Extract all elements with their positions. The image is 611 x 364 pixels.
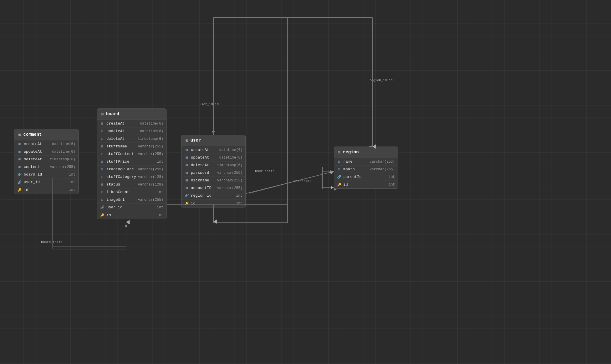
table-region-title: region [343, 150, 359, 155]
user-field-deleteAt: deleteAt timestamp(6) [181, 161, 245, 169]
region-field-mpath: mpath varchar(255) [334, 166, 398, 173]
table-icon-user: ⊞ [186, 138, 188, 143]
table-icon-board: ⊞ [101, 112, 103, 117]
field-user-id: user_id int [14, 178, 78, 186]
board-field-stuffCategory: stuffCategory varchar(128) [97, 173, 166, 181]
label-region-id-id: region_id:id [369, 79, 393, 82]
field-id: id int [14, 186, 78, 194]
field-icon-updateAt [17, 149, 22, 154]
user-field-nickname: nickname varchar(255) [181, 177, 245, 184]
table-region: ⊞ region name varchar(255) mpath varchar… [334, 147, 398, 189]
board-field-stuffContent: stuffContent varchar(255) [97, 150, 166, 158]
bi-user-id [100, 205, 105, 210]
user-field-updateAt: updateAt datetime(6) [181, 154, 245, 161]
label-board-id-id: board_id:id [41, 240, 62, 244]
user-field-password: password varchar(255) [181, 169, 245, 177]
table-comment-header: ⊞ comment [14, 129, 78, 140]
field-icon-content [17, 165, 22, 169]
table-board-header: ⊞ board [97, 109, 166, 120]
table-board-title: board [106, 112, 119, 117]
board-field-imageUrl: imageUrl varchar(255) [97, 196, 166, 204]
bi-likesCount [100, 190, 105, 195]
ui-nickname [184, 178, 189, 183]
label-parent-id: parentId: [294, 179, 311, 183]
region-field-id: id int [334, 181, 398, 188]
ui-deleteAt [184, 163, 189, 168]
table-user-header: ⊞ user [181, 135, 245, 146]
svg-line-5 [246, 171, 334, 193]
svg-line-14 [249, 171, 334, 193]
table-board: ⊞ board createAt datetime(6) updateAt da… [97, 108, 167, 219]
region-field-name: name varchar(255) [334, 158, 398, 166]
field-content: content varchar(255) [14, 163, 78, 171]
ui-region-id [184, 193, 189, 198]
field-deleteAt: deleteAt timestamp(6) [14, 156, 78, 163]
label-user-id-id: user_id:id [199, 103, 219, 106]
field-icon-createAt [17, 142, 22, 147]
bi-updateAt [100, 129, 105, 134]
table-user-title: user [190, 138, 201, 143]
bi-stuffPrice [100, 159, 105, 164]
bi-id [100, 213, 105, 217]
board-field-status: status varchar(128) [97, 181, 166, 188]
bi-status [100, 182, 105, 187]
field-updateAt: updateAt datetime(6) [14, 148, 78, 156]
ui-createAt [184, 148, 189, 152]
bi-deleteAt [100, 137, 105, 141]
board-field-createAt: createAt datetime(6) [97, 120, 166, 127]
bi-stuffCategory [100, 175, 105, 179]
ri-parentId [337, 175, 342, 179]
field-icon-id [17, 188, 22, 192]
ri-id [337, 182, 342, 187]
board-field-id: id int [97, 211, 166, 219]
field-icon-deleteAt [17, 157, 22, 162]
table-region-header: ⊞ region [334, 147, 398, 158]
table-comment-title: comment [23, 132, 42, 137]
board-field-deleteAt: deleteAt timestamp(6) [97, 135, 166, 143]
table-icon: ⊞ [18, 132, 21, 137]
field-createAt: createAt datetime(6) [14, 140, 78, 148]
ri-mpath [337, 167, 342, 172]
field-icon-board-id [17, 172, 22, 177]
board-field-likesCount: likesCount int [97, 188, 166, 196]
board-field-user-id: user_id int [97, 204, 166, 211]
ri-name [337, 159, 342, 164]
bi-imageUrl [100, 198, 105, 202]
table-user: ⊞ user createAt datetime(6) updateAt dat… [181, 135, 246, 207]
bi-stuffContent [100, 152, 105, 157]
bi-createAt [100, 121, 105, 126]
ui-id [184, 201, 189, 206]
user-field-region-id: region_id int [181, 192, 245, 200]
ui-password [184, 171, 189, 175]
ui-updateAt [184, 155, 189, 160]
board-field-updateAt: updateAt datetime(6) [97, 127, 166, 135]
field-icon-user-id [17, 180, 22, 185]
board-field-tradingPlace: tradingPlace varchar(255) [97, 166, 166, 173]
table-icon-region: ⊞ [338, 150, 340, 155]
svg-marker-15 [331, 186, 334, 189]
table-comment: ⊞ comment createAt datetime(6) updateAt … [14, 129, 79, 194]
bi-stuffName [100, 144, 105, 149]
bi-tradingPlace [100, 167, 105, 172]
board-field-stuffPrice: stuffPrice int [97, 158, 166, 166]
board-field-stuffName: stuffName varchar(255) [97, 143, 166, 150]
user-field-id: id int [181, 200, 245, 207]
user-field-createAt: createAt datetime(6) [181, 146, 245, 154]
user-field-accountID: accountID varchar(255) [181, 184, 245, 192]
ui-accountID [184, 186, 189, 190]
field-board-id: board_id int [14, 171, 78, 178]
region-field-parentId: parentId int [334, 173, 398, 181]
label-user-id-id-2: user_id:id [255, 169, 274, 173]
